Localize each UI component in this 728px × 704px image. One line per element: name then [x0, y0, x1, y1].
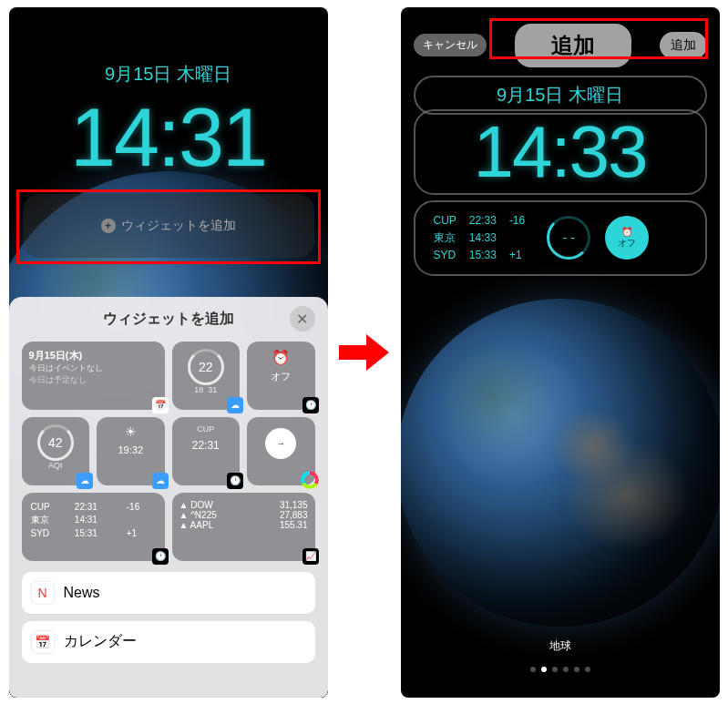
app-name: カレンダー — [64, 632, 137, 651]
widget-world-clock[interactable]: CUP22:31-16 東京14:31 SYD15:31+1 🕐 — [22, 493, 165, 561]
widget-calendar[interactable]: 9月15日(木) 今日はイベントなし 今日は予定なし 📅 — [22, 342, 165, 410]
cal-line1: 今日はイベントなし — [29, 362, 158, 374]
weather-icon: ☁ — [152, 473, 169, 489]
app-row-calendar[interactable]: 📅 カレンダー — [22, 621, 315, 663]
widget-city-clock[interactable]: CUP 22:31 🕐 — [172, 417, 241, 485]
highlight-box — [489, 18, 708, 59]
fitness-icon — [301, 471, 319, 489]
calendar-icon: 📅 — [31, 630, 55, 654]
date-label: 9月15日 木曜日 — [415, 83, 705, 107]
activity-dial: - - — [547, 216, 590, 260]
widget-stocks[interactable]: ▲ DOW31,135 ▲ ^N22527,883 ▲ AAPL155.31 📈 — [172, 493, 315, 561]
world-clock-widget: CUP22:33-16 東京14:33 SYD15:33+1 — [426, 211, 533, 265]
widget-capsule[interactable]: CUP22:33-16 東京14:33 SYD15:33+1 - - ⏰ オフ — [414, 200, 707, 276]
app-row-news[interactable]: N News — [22, 572, 315, 614]
weather-gauge: 22 — [188, 349, 224, 385]
cal-date: 9月15日(木) — [29, 349, 158, 362]
alarm-widget: ⏰ オフ — [605, 216, 649, 260]
close-icon: ✕ — [296, 311, 308, 328]
sheet-header: ウィジェットを追加 ✕ — [22, 310, 315, 329]
clock-icon: 🕐 — [302, 397, 319, 413]
alarm-label: オフ — [254, 370, 308, 383]
cal-line2: 今日は予定なし — [29, 374, 158, 386]
alarm-label: オフ — [618, 237, 636, 250]
widget-gallery: 9月15日(木) 今日はイベントなし 今日は予定なし 📅 22 18 31 ☁ … — [22, 342, 315, 561]
aqi-label: AQI — [29, 461, 83, 470]
close-button[interactable]: ✕ — [290, 306, 315, 332]
widget-fitness[interactable]: → — [247, 417, 315, 485]
svg-marker-0 — [339, 334, 389, 371]
wallpaper-name: 地球 — [401, 638, 720, 654]
news-icon: N — [31, 581, 55, 605]
aqi-gauge: 42 — [37, 424, 74, 461]
widget-sunset[interactable]: ☀ 19:32 ☁ — [97, 417, 165, 485]
stocks-icon: 📈 — [302, 548, 319, 565]
date-label: 9月15日 木曜日 — [9, 62, 328, 87]
clock-icon: 🕐 — [152, 548, 169, 565]
arrow-icon — [337, 334, 392, 371]
calendar-icon: 📅 — [152, 397, 169, 413]
highlight-box — [16, 189, 321, 264]
weather-icon: ☁ — [77, 473, 93, 489]
city-time: 22:31 — [179, 439, 233, 452]
alarm-icon: ⏰ — [254, 349, 308, 366]
arrow-icon: → — [265, 428, 296, 459]
sheet-title: ウィジェットを追加 — [103, 310, 234, 329]
app-list: N News 📅 カレンダー — [22, 572, 315, 663]
time-capsule[interactable]: 14:33 — [414, 109, 707, 195]
city-label: CUP — [179, 424, 233, 434]
widget-weather[interactable]: 22 18 31 ☁ — [172, 342, 241, 410]
widget-aqi[interactable]: 42 AQI ☁ — [22, 417, 90, 485]
page-dots[interactable] — [401, 667, 720, 672]
clock-icon: 🕐 — [227, 473, 243, 489]
alarm-icon: ⏰ — [621, 227, 632, 237]
widget-sheet: ウィジェットを追加 ✕ 9月15日(木) 今日はイベントなし 今日は予定なし 📅… — [9, 297, 328, 698]
cancel-button[interactable]: キャンセル — [414, 34, 487, 56]
app-name: News — [64, 585, 100, 601]
weather-icon: ☁ — [227, 397, 243, 413]
sunset-icon: ☀ — [104, 424, 158, 439]
widget-alarm[interactable]: ⏰ オフ 🕐 — [247, 342, 315, 410]
phone-left: 9月15日 木曜日 14:31 + ウィジェットを追加 ウィジェットを追加 ✕ … — [9, 7, 328, 698]
sun-time: 19:32 — [104, 444, 158, 455]
time-label: 14:31 — [9, 91, 328, 185]
phone-right: キャンセル 追加 追加 9月15日 木曜日 14:33 CUP22:33-16 … — [401, 7, 720, 698]
time-label: 14:33 — [415, 111, 705, 193]
lock-screen-area: 9月15日 木曜日 14:31 — [9, 62, 328, 185]
earth-wallpaper — [401, 299, 720, 627]
